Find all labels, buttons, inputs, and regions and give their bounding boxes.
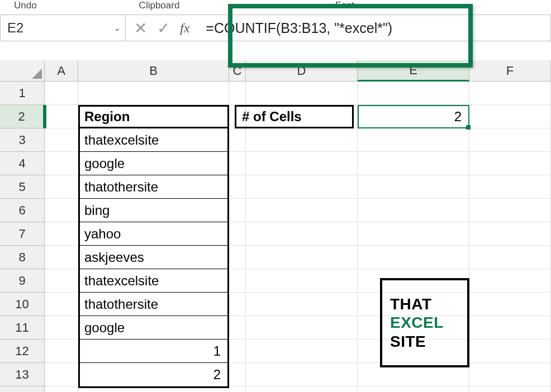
row-header-12[interactable]: 12 <box>0 340 45 363</box>
cell[interactable] <box>229 340 246 363</box>
table-row[interactable]: thatexcelsite <box>80 269 227 293</box>
cell[interactable] <box>469 316 551 340</box>
cell[interactable] <box>246 175 358 199</box>
column-header-a[interactable]: A <box>45 60 78 82</box>
row-header-2[interactable]: 2 <box>0 105 45 128</box>
cell[interactable] <box>246 363 358 386</box>
cell[interactable] <box>246 293 358 316</box>
cell[interactable] <box>45 175 78 199</box>
cell[interactable] <box>45 316 78 340</box>
column-header-d[interactable]: D <box>246 60 358 82</box>
cell[interactable] <box>469 128 551 152</box>
row-header-1[interactable]: 1 <box>0 82 45 105</box>
table-row[interactable]: thatexcelsite <box>80 128 227 152</box>
cell[interactable] <box>45 363 78 386</box>
column-header-c[interactable]: C <box>229 60 246 82</box>
table-header[interactable]: Region <box>80 107 227 128</box>
cells-area[interactable]: Region thatexcelsite google thatothersit… <box>45 82 551 392</box>
row-header-14[interactable]: 14 <box>0 386 45 392</box>
cell[interactable] <box>45 340 78 363</box>
cell[interactable] <box>469 293 551 316</box>
cell[interactable] <box>469 386 551 392</box>
cell[interactable] <box>229 246 246 269</box>
cell[interactable] <box>469 175 551 199</box>
formula-input[interactable]: =COUNTIF(B3:B13, "*excel*") <box>198 15 551 41</box>
cell[interactable] <box>246 386 358 392</box>
cell[interactable] <box>469 363 551 386</box>
cell[interactable] <box>246 269 358 293</box>
table-row[interactable]: bing <box>80 199 227 222</box>
cell[interactable] <box>229 82 246 105</box>
row-header-5[interactable]: 5 <box>0 175 45 199</box>
cell[interactable] <box>45 105 78 128</box>
row-header-13[interactable]: 13 <box>0 363 45 386</box>
cell[interactable] <box>358 128 469 152</box>
cell[interactable] <box>45 246 78 269</box>
row-header-9[interactable]: 9 <box>0 269 45 293</box>
cell[interactable] <box>45 199 78 222</box>
row-header-7[interactable]: 7 <box>0 222 45 246</box>
cancel-icon[interactable]: ✕ <box>134 19 147 37</box>
cell[interactable] <box>45 386 78 392</box>
table-row[interactable]: yahoo <box>80 222 227 246</box>
row-header-11[interactable]: 11 <box>0 316 45 340</box>
cell[interactable] <box>229 199 246 222</box>
active-cell-e2[interactable]: 2 <box>358 105 469 128</box>
cell[interactable] <box>246 128 358 152</box>
cell[interactable] <box>358 246 469 269</box>
cell[interactable] <box>469 199 551 222</box>
cell[interactable] <box>246 222 358 246</box>
table-row[interactable]: google <box>80 316 227 340</box>
cell[interactable] <box>469 269 551 293</box>
cell[interactable] <box>469 152 551 175</box>
cell[interactable] <box>45 128 78 152</box>
cell[interactable] <box>246 152 358 175</box>
cell[interactable] <box>469 222 551 246</box>
cell[interactable] <box>469 105 551 128</box>
table-row[interactable]: 1 <box>80 340 227 363</box>
cell[interactable] <box>229 316 246 340</box>
result-label[interactable]: # of Cells <box>235 105 354 128</box>
cell[interactable] <box>45 222 78 246</box>
cell[interactable] <box>229 293 246 316</box>
fx-icon[interactable]: fx <box>180 21 189 36</box>
cell[interactable] <box>229 363 246 386</box>
cell[interactable] <box>45 269 78 293</box>
cell[interactable] <box>358 222 469 246</box>
cell[interactable] <box>45 152 78 175</box>
cell[interactable] <box>229 386 246 392</box>
enter-icon[interactable]: ✓ <box>157 19 170 37</box>
chevron-down-icon[interactable]: ⌄ <box>114 23 121 32</box>
row-header-6[interactable]: 6 <box>0 199 45 222</box>
cell[interactable] <box>358 175 469 199</box>
cell[interactable] <box>246 316 358 340</box>
cell[interactable] <box>469 340 551 363</box>
cell[interactable] <box>358 82 469 105</box>
cell[interactable] <box>229 175 246 199</box>
cell[interactable] <box>229 152 246 175</box>
cell[interactable] <box>229 222 246 246</box>
table-row[interactable]: 2 <box>80 363 227 386</box>
cell[interactable] <box>78 82 229 105</box>
table-row[interactable]: thatothersite <box>80 293 227 316</box>
row-header-3[interactable]: 3 <box>0 128 45 152</box>
cell[interactable] <box>246 246 358 269</box>
row-header-10[interactable]: 10 <box>0 293 45 316</box>
cell[interactable] <box>358 386 469 392</box>
cell[interactable] <box>45 82 78 105</box>
cell[interactable] <box>246 340 358 363</box>
table-row[interactable]: askjeeves <box>80 246 227 269</box>
cell[interactable] <box>229 128 246 152</box>
table-row[interactable]: google <box>80 152 227 175</box>
column-header-e[interactable]: E <box>358 60 469 82</box>
row-header-4[interactable]: 4 <box>0 152 45 175</box>
cell[interactable] <box>229 269 246 293</box>
cell[interactable] <box>469 246 551 269</box>
name-box[interactable]: E2 ⌄ <box>0 15 126 41</box>
cell[interactable] <box>45 293 78 316</box>
cell[interactable] <box>469 82 551 105</box>
row-header-8[interactable]: 8 <box>0 246 45 269</box>
cell[interactable] <box>246 82 358 105</box>
table-row[interactable]: thatothersite <box>80 175 227 199</box>
cell[interactable] <box>358 152 469 175</box>
